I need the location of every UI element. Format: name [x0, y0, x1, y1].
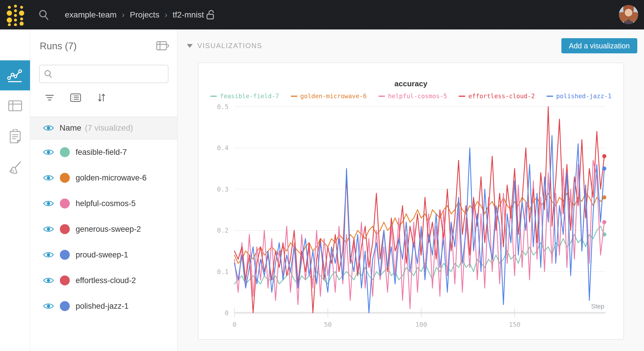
runs-list: feasible-field-7 golden-microwave-6 help…	[30, 139, 177, 319]
breadcrumb-link[interactable]: tf2-mnist	[173, 10, 204, 20]
search-icon[interactable]	[38, 9, 50, 21]
breadcrumb-separator: ›	[122, 10, 124, 20]
visualizations-collapse-toggle[interactable]: VISUALIZATIONS	[187, 42, 262, 50]
list-icon	[70, 93, 81, 102]
run-row[interactable]: feasible-field-7	[30, 139, 177, 165]
top-nav: example-team›Projects›tf2-mnist	[0, 0, 644, 29]
svg-text:100: 100	[415, 321, 427, 328]
run-row[interactable]: golden-microwave-6	[30, 165, 177, 191]
svg-text:50: 50	[324, 321, 332, 328]
group-button[interactable]	[70, 93, 81, 102]
svg-text:Step: Step	[591, 303, 604, 310]
run-name: proud-sweep-1	[76, 250, 128, 259]
run-color-dot	[60, 173, 70, 183]
sidebar-rail: i	[0, 29, 30, 351]
run-name: golden-microwave-6	[76, 173, 147, 182]
run-visibility-eye-icon[interactable]	[43, 225, 54, 233]
breadcrumb-link[interactable]: Projects	[130, 10, 159, 20]
runs-search-box	[39, 65, 168, 83]
clipboard-icon	[8, 129, 22, 144]
breadcrumb-link[interactable]: example-team	[65, 10, 116, 20]
table-icon	[8, 100, 22, 112]
sort-button[interactable]	[96, 93, 106, 103]
search-icon	[44, 70, 53, 78]
run-row[interactable]: polished-jazz-1	[30, 293, 177, 319]
accuracy-chart: 00.10.20.30.40.5050100150Step	[198, 63, 624, 339]
sidebar-item-charts[interactable]	[0, 60, 30, 90]
run-visibility-eye-icon[interactable]	[43, 277, 54, 284]
name-header-label: Name	[60, 123, 81, 133]
visualizations-header-row: VISUALIZATIONS Add a visualization	[187, 38, 637, 53]
run-name: effortless-cloud-2	[76, 276, 136, 285]
run-visibility-eye-icon[interactable]	[43, 200, 54, 207]
expand-table-button[interactable]	[156, 41, 169, 51]
svg-text:0.4: 0.4	[217, 144, 229, 152]
svg-text:0: 0	[225, 309, 229, 317]
runs-search-input[interactable]	[55, 69, 164, 79]
broom-icon	[8, 160, 23, 175]
runs-name-header: Name (7 visualized)	[30, 117, 177, 139]
svg-text:0.1: 0.1	[217, 268, 229, 275]
add-visualization-button[interactable]: Add a visualization	[561, 38, 637, 53]
breadcrumb-separator: ›	[165, 10, 167, 20]
run-visibility-eye-icon[interactable]	[43, 302, 54, 310]
filter-button[interactable]	[44, 93, 55, 102]
wandb-app: example-team›Projects›tf2-mnist i	[0, 0, 644, 351]
run-visibility-eye-icon[interactable]	[43, 174, 54, 182]
run-row[interactable]: proud-sweep-1	[30, 242, 177, 268]
runs-panel: Runs (7)	[30, 29, 177, 351]
breadcrumb: example-team›Projects›tf2-mnist	[65, 10, 204, 20]
avatar[interactable]	[619, 5, 638, 24]
run-color-dot	[60, 199, 70, 208]
accuracy-panel[interactable]: accuracy feasible-field-7golden-microwav…	[198, 63, 624, 340]
run-name: feasible-field-7	[76, 148, 127, 157]
svg-text:0.3: 0.3	[217, 186, 229, 193]
run-color-dot	[60, 250, 70, 260]
table-expand-icon	[156, 41, 169, 51]
unlocked-icon	[205, 9, 216, 20]
svg-text:0.5: 0.5	[217, 103, 229, 110]
filter-icon	[44, 93, 55, 102]
visualized-count: (7 visualized)	[85, 123, 133, 133]
svg-text:0: 0	[232, 321, 236, 328]
line-chart-icon	[7, 67, 24, 84]
sidebar-item-table[interactable]	[0, 100, 30, 112]
run-name: polished-jazz-1	[76, 302, 129, 311]
section-title: VISUALIZATIONS	[197, 42, 262, 50]
run-color-dot	[60, 224, 70, 234]
run-color-dot	[60, 147, 70, 157]
run-row[interactable]: generous-sweep-2	[30, 216, 177, 242]
svg-text:0.2: 0.2	[217, 227, 229, 234]
run-color-dot	[60, 301, 70, 311]
run-visibility-eye-icon[interactable]	[43, 148, 54, 156]
runs-panel-title: Runs (7)	[40, 41, 77, 52]
sidebar-item-reports[interactable]	[0, 129, 30, 144]
toggle-all-visibility-eye-icon[interactable]	[43, 124, 54, 132]
svg-text:150: 150	[509, 321, 521, 328]
run-visibility-eye-icon[interactable]	[43, 251, 54, 259]
run-row[interactable]: helpful-cosmos-5	[30, 191, 177, 216]
wandb-logo-icon[interactable]	[6, 4, 25, 26]
collapse-triangle-icon	[187, 44, 193, 48]
run-name: generous-sweep-2	[76, 225, 141, 234]
run-row[interactable]: effortless-cloud-2	[30, 268, 177, 293]
sort-icon	[96, 93, 106, 103]
run-name: helpful-cosmos-5	[76, 199, 136, 208]
sidebar-item-sweeps[interactable]	[0, 160, 30, 175]
run-color-dot	[60, 275, 70, 285]
